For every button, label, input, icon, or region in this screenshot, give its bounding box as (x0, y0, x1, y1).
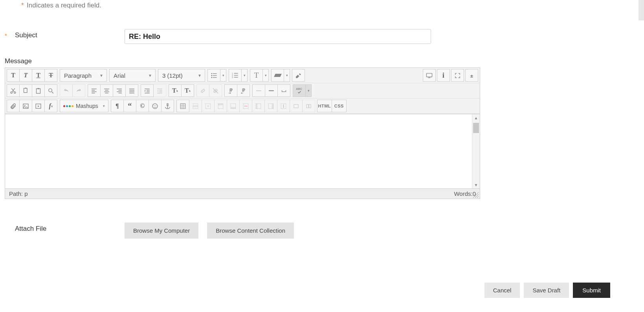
symbol-button[interactable]: © (136, 100, 149, 112)
find-button[interactable] (44, 84, 57, 97)
show-blocks-button[interactable]: ¶ (111, 100, 124, 112)
cut-button[interactable] (7, 84, 20, 97)
svg-rect-65 (207, 105, 209, 107)
collapse-toolbar-button[interactable] (465, 69, 478, 82)
svg-rect-73 (256, 104, 257, 109)
horizontal-rule-button[interactable] (265, 84, 278, 97)
svg-rect-75 (272, 104, 273, 109)
page-scrollbar[interactable] (638, 0, 644, 20)
blockquote-button[interactable]: “ (123, 100, 136, 112)
subject-input[interactable] (125, 29, 431, 44)
superscript-button[interactable]: Tx (169, 84, 182, 97)
emoticon-button[interactable] (149, 100, 161, 112)
fullscreen-button[interactable] (451, 69, 464, 82)
insert-row-after-button[interactable] (227, 100, 240, 112)
copy-button[interactable] (19, 84, 32, 97)
svg-rect-31 (117, 91, 122, 91)
editor-scrollbar[interactable]: ▲ ▼ (472, 114, 480, 188)
scroll-up-icon[interactable]: ▲ (472, 114, 480, 121)
text-color-button[interactable]: T ▾ (250, 69, 269, 82)
svg-rect-5 (213, 77, 217, 77)
spellcheck-button[interactable]: ABC ▾ (293, 84, 312, 97)
delete-col-button[interactable] (277, 100, 290, 112)
asterisk-icon: * (21, 2, 24, 9)
asterisk-icon: * (5, 32, 8, 39)
delete-row-button[interactable] (239, 100, 252, 112)
svg-rect-1 (213, 73, 217, 73)
insert-link-button[interactable] (196, 84, 209, 97)
subscript-button[interactable]: Tx (181, 84, 194, 97)
nbsp-button[interactable] (277, 84, 290, 97)
ltr-button[interactable] (224, 84, 237, 97)
table-cell-props-button[interactable] (202, 100, 215, 112)
svg-rect-35 (129, 91, 134, 91)
media-button[interactable] (32, 100, 45, 112)
image-button[interactable] (19, 100, 32, 112)
split-cells-button[interactable] (302, 100, 315, 112)
math-button[interactable]: fx (44, 100, 57, 112)
browse-content-collection-button[interactable]: Browse Content Collection (207, 223, 294, 239)
editor-word-count: Words:0 (454, 190, 476, 197)
svg-rect-21 (92, 88, 97, 89)
scroll-thumb[interactable] (473, 123, 479, 133)
paragraph-format-select[interactable]: Paragraph▼ (60, 69, 107, 82)
resize-handle[interactable] (473, 192, 479, 198)
svg-rect-9 (234, 75, 238, 75)
insert-row-before-button[interactable] (214, 100, 227, 112)
number-list-button[interactable]: 123 ▾ (229, 69, 248, 82)
scroll-down-icon[interactable]: ▼ (472, 181, 480, 188)
bold-button[interactable]: T (7, 69, 20, 82)
svg-rect-33 (129, 88, 134, 89)
font-size-select[interactable]: 3 (12pt)▼ (158, 69, 205, 82)
svg-rect-7 (234, 73, 238, 73)
underline-button[interactable]: T (32, 69, 45, 82)
attachment-button[interactable] (7, 100, 20, 112)
svg-rect-13 (428, 77, 431, 78)
svg-rect-69 (231, 107, 236, 108)
svg-rect-67 (218, 104, 223, 105)
font-family-select[interactable]: Arial▼ (109, 69, 156, 82)
svg-point-2 (211, 75, 212, 76)
align-justify-button[interactable] (125, 84, 138, 97)
message-label: Message (5, 57, 639, 65)
css-view-button[interactable]: CSS (332, 100, 347, 112)
anchor-button[interactable] (161, 100, 174, 112)
help-button[interactable]: i (437, 69, 450, 82)
svg-rect-34 (129, 90, 134, 90)
highlight-color-button[interactable]: ▾ (271, 69, 290, 82)
svg-rect-29 (117, 88, 122, 89)
svg-rect-17 (37, 88, 40, 93)
rtl-button[interactable] (237, 84, 250, 97)
html-view-button[interactable]: HTML (317, 100, 332, 112)
preview-button[interactable] (423, 69, 436, 82)
insert-col-after-button[interactable] (264, 100, 277, 112)
remove-link-button[interactable] (209, 84, 222, 97)
clear-formatting-button[interactable] (292, 69, 305, 82)
redo-button[interactable] (72, 84, 85, 97)
svg-point-49 (24, 105, 26, 106)
indent-button[interactable] (141, 84, 154, 97)
paste-button[interactable] (32, 84, 45, 97)
browse-my-computer-button[interactable]: Browse My Computer (125, 223, 198, 239)
align-right-button[interactable] (113, 84, 126, 97)
bullet-list-button[interactable]: ▾ (207, 69, 226, 82)
svg-rect-32 (118, 93, 122, 93)
insert-table-button[interactable] (176, 100, 189, 112)
outdent-button[interactable] (153, 84, 166, 97)
align-left-button[interactable] (88, 84, 101, 97)
strikethrough-button[interactable]: T (44, 69, 57, 82)
mashups-button[interactable]: Mashups ▾ (60, 100, 108, 112)
rich-text-editor: T T T T Paragraph▼ Arial▼ 3 (12pt)▼ ▾ 12… (5, 68, 480, 199)
insert-col-before-button[interactable] (252, 100, 265, 112)
align-center-button[interactable] (100, 84, 113, 97)
table-row-props-button[interactable] (189, 100, 202, 112)
merge-cells-button[interactable] (290, 100, 303, 112)
attach-file-label: Attach File (15, 225, 46, 233)
message-body-input[interactable] (5, 114, 472, 188)
svg-rect-78 (294, 104, 298, 108)
undo-button[interactable] (60, 84, 73, 97)
italic-button[interactable]: T (19, 69, 32, 82)
horizontal-rule-thin-button[interactable] (252, 84, 265, 97)
path-value: p (24, 190, 28, 197)
font-size-value: 3 (12pt) (162, 72, 183, 79)
